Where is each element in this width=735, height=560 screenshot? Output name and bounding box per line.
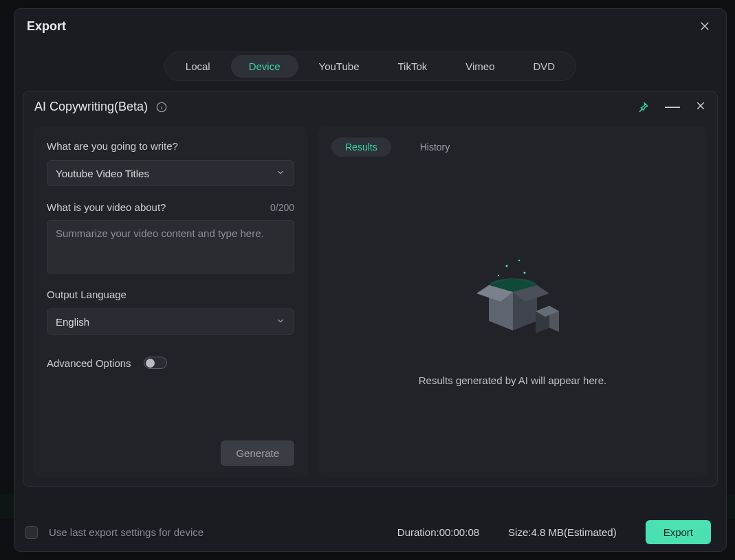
export-footer: Use last export settings for device Dura… <box>14 508 726 551</box>
export-title: Export <box>27 19 66 34</box>
ai-panel-title: AI Copywriting(Beta) <box>34 100 148 114</box>
close-icon <box>699 20 711 32</box>
export-tabset: Local Device YouTube TikTok Vimeo DVD <box>164 52 576 81</box>
svg-point-8 <box>518 259 519 260</box>
write-type-select[interactable]: Youtube Video Titles <box>47 160 294 186</box>
svg-point-9 <box>497 274 498 276</box>
pin-button[interactable] <box>636 100 650 114</box>
tab-youtube[interactable]: YouTube <box>301 55 377 78</box>
generate-button[interactable]: Generate <box>221 440 294 466</box>
tab-device[interactable]: Device <box>231 55 298 78</box>
ai-panel-header: AI Copywriting(Beta) — <box>23 91 717 122</box>
chevron-down-icon <box>276 168 285 179</box>
tab-local[interactable]: Local <box>168 55 228 78</box>
advanced-options-toggle[interactable] <box>144 357 167 369</box>
empty-box-icon <box>454 245 571 355</box>
output-language-label: Output Language <box>47 289 294 300</box>
output-language-value: English <box>56 316 89 328</box>
export-header: Export <box>14 9 726 39</box>
results-tab[interactable]: Results <box>331 137 391 157</box>
export-tab-row: Local Device YouTube TikTok Vimeo DVD <box>14 39 726 87</box>
use-last-settings-label: Use last export settings for device <box>49 526 204 538</box>
use-last-settings-checkbox[interactable] <box>25 526 38 539</box>
history-tab[interactable]: History <box>406 137 464 157</box>
write-type-label: What are you going to write? <box>47 140 294 152</box>
ai-close-button[interactable] <box>695 100 706 114</box>
ai-results-panel: Results History <box>318 126 707 477</box>
close-button[interactable] <box>696 17 714 35</box>
export-dialog: Export Local Device YouTube TikTok Vimeo… <box>14 8 727 552</box>
advanced-options-label: Advanced Options <box>47 357 131 369</box>
ai-copywriting-panel: AI Copywriting(Beta) — What are you goin… <box>23 91 718 487</box>
write-type-value: Youtube Video Titles <box>56 168 149 179</box>
video-about-label: What is your video about? <box>47 201 166 213</box>
svg-point-7 <box>505 265 507 267</box>
toggle-knob <box>146 359 155 368</box>
tab-dvd[interactable]: DVD <box>516 55 573 78</box>
tab-vimeo[interactable]: Vimeo <box>448 55 512 78</box>
svg-point-10 <box>523 271 525 273</box>
output-language-select[interactable]: English <box>47 309 294 335</box>
char-count: 0/200 <box>270 202 294 213</box>
results-placeholder-text: Results generated by AI will appear here… <box>419 374 607 386</box>
video-about-textarea[interactable] <box>47 220 294 273</box>
export-button[interactable]: Export <box>646 520 711 544</box>
info-icon[interactable] <box>155 100 168 114</box>
chevron-down-icon <box>276 316 285 328</box>
tab-tiktok[interactable]: TikTok <box>380 55 445 78</box>
duration-readout: Duration:00:00:08 <box>397 526 479 538</box>
size-readout: Size:4.8 MB(Estimated) <box>508 526 617 538</box>
ai-input-panel: What are you going to write? Youtube Vid… <box>33 126 308 477</box>
